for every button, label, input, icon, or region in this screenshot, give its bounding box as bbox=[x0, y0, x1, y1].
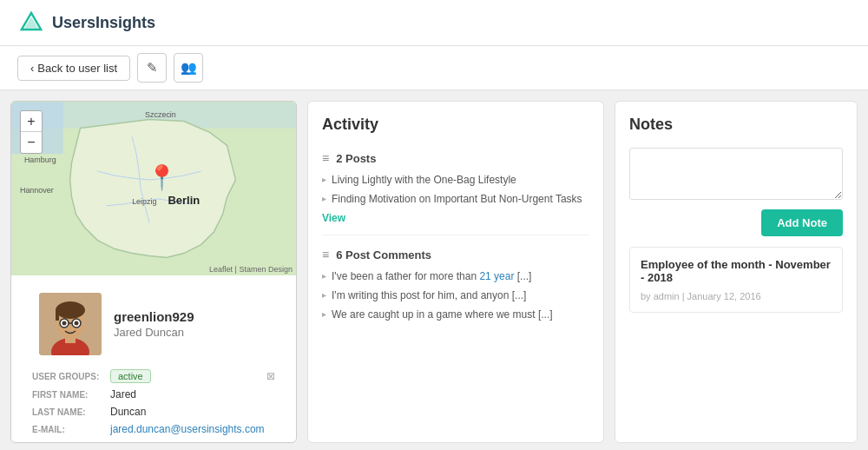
user-avatar-row: greenlion929 Jared Duncan bbox=[22, 286, 286, 362]
activity-item-comment2: ▸ I'm writing this post for him, and any… bbox=[322, 289, 589, 301]
edit-groups-icon[interactable]: ⊠ bbox=[266, 370, 275, 382]
logo: UsersInsights bbox=[17, 9, 155, 36]
first-name-value: Jared bbox=[110, 388, 136, 400]
map-city-label: Berlin bbox=[168, 194, 200, 207]
svg-text:Szczecin: Szczecin bbox=[145, 110, 176, 119]
users-icon: 👥 bbox=[181, 60, 197, 76]
comment2-text: I'm writing this post for him, and anyon… bbox=[332, 289, 526, 301]
posts-count-label: 2 Posts bbox=[336, 152, 376, 165]
comment1-highlight: 21 year bbox=[479, 270, 514, 282]
edit-user-button[interactable]: ✎ bbox=[137, 53, 167, 83]
avatar bbox=[39, 293, 102, 355]
user-info-panel: greenlion929 Jared Duncan USER GROUPS: a… bbox=[11, 275, 296, 443]
user-groups-row: USER GROUPS: active ⊠ bbox=[32, 369, 275, 383]
last-name-value: Duncan bbox=[110, 406, 146, 418]
activity-title: Activity bbox=[322, 116, 589, 134]
bullet-icon: ▸ bbox=[322, 271, 326, 281]
svg-text:Hannover: Hannover bbox=[20, 186, 54, 195]
notes-title: Notes bbox=[629, 116, 843, 134]
email-label: E-MAIL: bbox=[32, 425, 110, 434]
user-groups-label: USER GROUPS: bbox=[32, 372, 110, 381]
logo-icon bbox=[17, 9, 45, 36]
toolbar: ‹ Back to user list ✎ 👥 bbox=[0, 46, 868, 90]
post1-title: Living Lightly with the One-Bag Lifestyl… bbox=[332, 174, 516, 186]
bullet-icon: ▸ bbox=[322, 309, 326, 319]
comments-icon: ≡ bbox=[322, 248, 329, 261]
last-name-row: LAST NAME: Duncan bbox=[32, 406, 275, 418]
bullet-icon: ▸ bbox=[322, 175, 326, 184]
map-attribution: Leaflet | Stamen Design bbox=[209, 265, 293, 274]
user-groups-button[interactable]: 👥 bbox=[174, 53, 203, 83]
user-identity: greenlion929 Jared Duncan bbox=[114, 309, 194, 339]
posts-section-header: ≡ 2 Posts bbox=[322, 148, 589, 165]
map-pin: 📍 bbox=[147, 163, 177, 192]
app-name: UsersInsights bbox=[52, 14, 155, 32]
last-name-label: LAST NAME: bbox=[32, 407, 110, 417]
svg-point-13 bbox=[56, 301, 85, 319]
comments-count-label: 6 Post Comments bbox=[336, 248, 431, 261]
section-divider bbox=[322, 235, 589, 235]
add-note-button[interactable]: Add Note bbox=[761, 209, 843, 236]
username: greenlion929 bbox=[114, 309, 194, 324]
view-link[interactable]: View bbox=[322, 212, 589, 224]
comment1-text: I've been a father for more than 21 year… bbox=[332, 270, 531, 282]
map-container[interactable]: Hamburg Szczecin Hannover Leipzig + − 📍 … bbox=[11, 102, 296, 275]
top-bar: UsersInsights bbox=[0, 0, 868, 46]
map-zoom-controls: + − bbox=[20, 110, 43, 154]
zoom-in-button[interactable]: + bbox=[21, 111, 42, 132]
notes-panel: Notes Add Note Employee of the month - N… bbox=[615, 101, 858, 443]
bullet-icon: ▸ bbox=[322, 194, 326, 203]
first-name-row: FIRST NAME: Jared bbox=[32, 388, 275, 400]
comment3-text: We are caught up in a game where we must… bbox=[332, 308, 553, 321]
activity-item-comment1: ▸ I've been a father for more than 21 ye… bbox=[322, 270, 589, 282]
note-text: Employee of the month - November - 2018 bbox=[641, 258, 832, 284]
back-chevron-icon: ‹ bbox=[30, 62, 34, 75]
main-content: Hamburg Szczecin Hannover Leipzig + − 📍 … bbox=[0, 90, 868, 450]
post2-title: Finding Motivation on Important But Non-… bbox=[332, 193, 582, 205]
activity-item-comment3: ▸ We are caught up in a game where we mu… bbox=[322, 308, 589, 321]
svg-text:Leipzig: Leipzig bbox=[132, 197, 156, 206]
activity-panel: Activity ≡ 2 Posts ▸ Living Lightly with… bbox=[307, 101, 604, 443]
comments-section-header: ≡ 6 Post Comments bbox=[322, 244, 589, 261]
email-row: E-MAIL: jared.duncan@usersinsights.com bbox=[32, 423, 275, 435]
email-value: jared.duncan@usersinsights.com bbox=[110, 423, 265, 435]
svg-rect-14 bbox=[56, 310, 59, 321]
back-to-user-list-button[interactable]: ‹ Back to user list bbox=[17, 56, 130, 81]
first-name-label: FIRST NAME: bbox=[32, 390, 110, 400]
svg-point-17 bbox=[62, 321, 67, 326]
posts-icon: ≡ bbox=[322, 151, 329, 165]
svg-point-18 bbox=[75, 321, 79, 326]
user-fields: USER GROUPS: active ⊠ FIRST NAME: Jared … bbox=[22, 362, 286, 440]
user-group-badge: active bbox=[110, 369, 151, 383]
zoom-out-button[interactable]: − bbox=[21, 132, 42, 153]
activity-item-post1: ▸ Living Lightly with the One-Bag Lifest… bbox=[322, 174, 589, 186]
note-card: Employee of the month - November - 2018 … bbox=[629, 247, 843, 313]
notes-textarea[interactable] bbox=[629, 148, 843, 200]
note-meta: by admin | January 12, 2016 bbox=[641, 291, 832, 301]
map-panel: Hamburg Szczecin Hannover Leipzig + − 📍 … bbox=[10, 101, 297, 443]
edit-icon: ✎ bbox=[147, 60, 158, 76]
activity-item-post2: ▸ Finding Motivation on Important But No… bbox=[322, 193, 589, 205]
svg-text:Hamburg: Hamburg bbox=[24, 156, 56, 164]
bullet-icon: ▸ bbox=[322, 290, 326, 300]
user-full-name: Jared Duncan bbox=[114, 326, 194, 339]
